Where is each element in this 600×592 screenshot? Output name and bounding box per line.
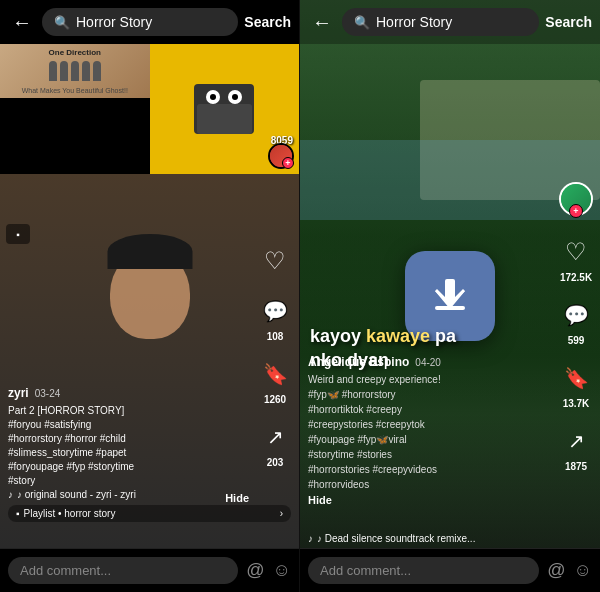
right-search-icon: 🔍	[354, 15, 370, 30]
right-search-box[interactable]: 🔍 Horror Story	[342, 8, 539, 36]
right-username-row: Angelique Espino 04-20	[308, 355, 540, 369]
right-sound-row: ♪ ♪ Dead silence soundtrack remixe...	[308, 533, 592, 544]
left-sound-row: ♪ ♪ original sound - zyri - zyri	[8, 489, 249, 500]
silhouettes	[49, 61, 101, 81]
right-like-count: 172.5K	[560, 272, 592, 283]
grill-eyes	[206, 90, 242, 104]
left-search-button[interactable]: Search	[244, 14, 291, 30]
left-video-info: zyri 03-24 Part 2 [HORROR STORY] #foryou…	[8, 386, 249, 504]
left-top-bar: ← 🔍 Horror Story Search	[0, 0, 299, 44]
right-share-action[interactable]: ↗ 1875	[558, 423, 594, 472]
right-bookmark-action[interactable]: 🔖 13.7K	[558, 360, 594, 409]
band-name-text: One Direction	[49, 48, 101, 57]
left-comment-count: 108	[267, 331, 284, 342]
silhouette-1	[49, 61, 57, 81]
right-comment-input[interactable]: Add comment...	[308, 557, 539, 584]
lyrics-yellow-1: kawaye	[366, 326, 430, 346]
left-at-icon[interactable]: @	[246, 560, 264, 581]
left-share-icon: ↗	[257, 419, 293, 455]
grill-pupil-right	[232, 94, 238, 100]
right-like-action[interactable]: ♡ 172.5K	[558, 234, 594, 283]
right-search-text: Horror Story	[376, 14, 452, 30]
right-top-bar: ← 🔍 Horror Story Search	[300, 0, 600, 44]
screen-indicator: ▪	[6, 224, 30, 244]
right-avatar-plus[interactable]: +	[569, 204, 583, 218]
download-arrow-svg	[425, 271, 475, 321]
grill-eye-right	[228, 90, 242, 104]
silhouette-2	[60, 61, 68, 81]
right-back-button[interactable]: ←	[308, 7, 336, 38]
lyrics-text-1: kayoy	[310, 326, 366, 346]
left-playlist-text: Playlist • horror story	[24, 508, 116, 519]
left-bookmark-action[interactable]: 🔖 1260	[257, 356, 293, 405]
silhouette-3	[71, 61, 79, 81]
left-comment-action[interactable]: 💬 108	[257, 293, 293, 342]
right-date: 04-20	[415, 357, 441, 368]
left-panel: ← 🔍 Horror Story Search One Direction Wh…	[0, 0, 300, 592]
right-content: ← 🔍 Horror Story Search kayoy	[300, 0, 600, 592]
left-bookmark-icon: 🔖	[257, 356, 293, 392]
right-bookmark-count: 13.7K	[563, 398, 590, 409]
lyrics-text-2: pa	[430, 326, 456, 346]
right-comment-bar: Add comment... @ ☺	[300, 548, 600, 592]
right-at-icon[interactable]: @	[547, 560, 565, 581]
right-comment-icon: 💬	[558, 297, 594, 333]
left-note-icon: ♪	[8, 489, 13, 500]
left-playlist-content: ▪ Playlist • horror story	[16, 508, 115, 519]
left-username: zyri	[8, 386, 29, 400]
left-thumbnails-row: One Direction What Makes You Beautiful G…	[0, 44, 299, 174]
right-side-actions: + ♡ 172.5K 💬 599 🔖 13.7K ↗ 1875	[558, 182, 594, 472]
right-video-info: Angelique Espino 04-20 Weird and creepy …	[308, 355, 540, 506]
left-playlist-arrow: ›	[280, 508, 283, 519]
left-comment-bar: Add comment... @ ☺	[0, 548, 299, 592]
right-comment-action[interactable]: 💬 599	[558, 297, 594, 346]
right-share-count: 1875	[565, 461, 587, 472]
left-like-action[interactable]: ♡	[257, 243, 293, 279]
right-bookmark-icon: 🔖	[558, 360, 594, 396]
left-sound-text: ♪ original sound - zyri - zyri	[17, 489, 136, 500]
left-emoji-icon[interactable]: ☺	[273, 560, 291, 581]
right-hide-button[interactable]: Hide	[308, 494, 540, 506]
screen-icon: ▪	[16, 229, 20, 240]
right-emoji-icon[interactable]: ☺	[574, 560, 592, 581]
left-share-count: 203	[267, 457, 284, 468]
left-search-text: Horror Story	[76, 14, 152, 30]
left-search-icon: 🔍	[54, 15, 70, 30]
silhouette-4	[82, 61, 90, 81]
left-playlist-row[interactable]: ▪ Playlist • horror story ›	[8, 505, 291, 522]
left-main-video[interactable]: ▪ ♡ 💬 108 🔖 1260 ↗ 203 zyri 03-	[0, 174, 299, 548]
album-text: What Makes You Beautiful Ghost!!	[22, 87, 128, 94]
bbq-avatar: +	[268, 143, 294, 169]
svg-rect-4	[445, 279, 455, 303]
left-username-row: zyri 03-24	[8, 386, 249, 400]
lyrics-line-1: kayoy kawaye pa	[310, 325, 545, 348]
grill-eye-left	[206, 90, 220, 104]
left-date: 03-24	[35, 388, 61, 399]
right-search-button[interactable]: Search	[545, 14, 592, 30]
left-comment-input[interactable]: Add comment...	[8, 557, 238, 584]
right-description: Weird and creepy experience! #fyp🦋 #horr…	[308, 372, 540, 492]
right-username: Angelique Espino	[308, 355, 409, 369]
left-side-actions: ♡ 💬 108 🔖 1260 ↗ 203	[257, 243, 293, 468]
left-thumb-one-direction[interactable]: One Direction What Makes You Beautiful G…	[0, 44, 150, 174]
grill-pupil-left	[210, 94, 216, 100]
right-heart-icon: ♡	[558, 234, 594, 270]
left-comment-icon: 💬	[257, 293, 293, 329]
left-search-box[interactable]: 🔍 Horror Story	[42, 8, 238, 36]
right-share-icon: ↗	[558, 423, 594, 459]
right-sound-text: ♪ Dead silence soundtrack remixe...	[317, 533, 475, 544]
left-thumb-bbq[interactable]: 8059 💬 +	[150, 44, 300, 174]
one-direction-card: One Direction What Makes You Beautiful G…	[0, 44, 150, 98]
left-playlist-icon: ▪	[16, 508, 20, 519]
bbq-grill	[194, 84, 254, 134]
left-heart-icon: ♡	[257, 243, 293, 279]
right-avatar-wrap: +	[559, 182, 593, 216]
right-comment-count: 599	[568, 335, 585, 346]
right-note-icon: ♪	[308, 533, 313, 544]
left-back-button[interactable]: ←	[8, 7, 36, 38]
left-description: Part 2 [HORROR STORY] #foryou #satisfyin…	[8, 404, 249, 488]
bbq-avatar-plus[interactable]: +	[282, 157, 294, 169]
grill-body	[197, 104, 252, 134]
left-share-action[interactable]: ↗ 203	[257, 419, 293, 468]
silhouette-5	[93, 61, 101, 81]
